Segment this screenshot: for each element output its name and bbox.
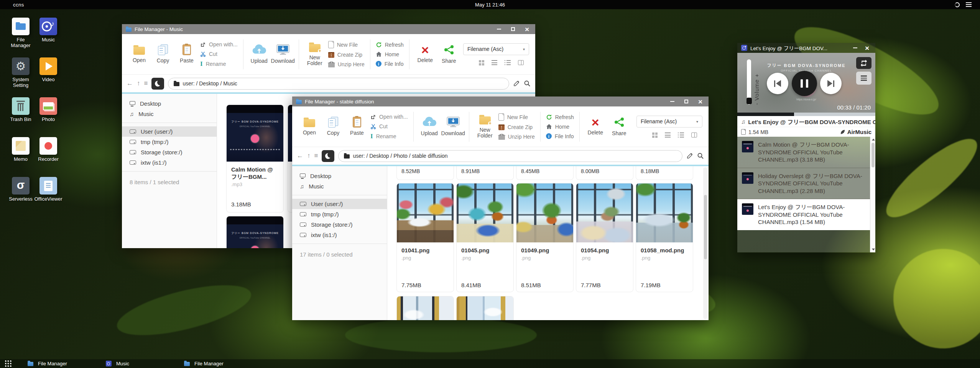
rename-button[interactable]: IRename (370, 133, 408, 139)
progress-bar[interactable] (737, 113, 875, 116)
taskbar-item[interactable]: Music (106, 359, 183, 368)
view-column-icon[interactable] (518, 60, 524, 65)
view-list-icon[interactable] (492, 60, 497, 65)
repeat-button[interactable] (856, 57, 871, 69)
dark-mode-toggle[interactable] (151, 78, 164, 90)
sidebar-place-item[interactable]: Desktop (292, 171, 387, 181)
sidebar-drive-item[interactable]: Storage (store:/) (292, 219, 387, 230)
volume-thumb[interactable] (747, 98, 752, 104)
file-card-partial[interactable] (456, 296, 514, 320)
home-button[interactable]: Home (376, 51, 404, 57)
scroll-down-icon[interactable] (872, 249, 875, 250)
desktop-icon[interactable]: OfficeViewer (35, 177, 62, 217)
share-button[interactable]: Share (437, 44, 461, 64)
desktop-icon[interactable]: Video (35, 57, 62, 97)
path-field[interactable]: user: / Desktop / Music (168, 78, 509, 90)
desktop-icon[interactable]: System Setting (7, 57, 35, 97)
new-folder-button[interactable]: +New Folder (303, 42, 327, 67)
view-grid-icon[interactable] (652, 132, 658, 138)
menu-icon[interactable] (966, 4, 972, 5)
maximize-icon[interactable] (684, 100, 688, 103)
maximize-icon[interactable] (511, 27, 515, 31)
share-button[interactable]: Share (607, 116, 631, 136)
sort-dropdown[interactable]: Filename (Asc)▾ (463, 43, 529, 55)
desktop-icon[interactable]: Recorder (35, 137, 62, 177)
scroll-up-icon[interactable] (872, 139, 875, 141)
desktop-icon[interactable]: Photo (35, 97, 62, 137)
file-card-partial[interactable]: 8.91MB (456, 166, 514, 180)
cut-button[interactable]: Cut (370, 123, 408, 129)
file-card-partial[interactable]: 8.00MB (576, 166, 633, 180)
file-card[interactable]: 01054.png .png 7.77MB (576, 183, 633, 292)
view-column-icon[interactable] (691, 132, 697, 137)
sidebar-drive-item[interactable]: ixtw (is1:/) (292, 230, 387, 240)
desktop-icon[interactable]: File Manager (7, 18, 35, 57)
rename-button[interactable]: IRename (200, 61, 238, 67)
close-icon[interactable]: × (865, 44, 869, 52)
view-grid-icon[interactable] (479, 60, 484, 65)
file-info-button[interactable]: iFile Info (376, 61, 404, 67)
copy-button[interactable]: Copy (321, 117, 345, 136)
new-file-button[interactable]: New File (328, 41, 365, 48)
unzip-here-button[interactable]: Unzip Here (498, 134, 535, 140)
desktop-icon[interactable]: Memo (7, 137, 35, 177)
dark-mode-toggle[interactable] (322, 150, 334, 162)
sidebar-drive-item[interactable]: User (user:/) (292, 199, 387, 209)
titlebar[interactable]: Let's Enjoy @ フリーBGM DOV... × (737, 43, 875, 53)
sidebar-place-item[interactable]: ♫ Music (292, 181, 387, 191)
sidebar-drive-item[interactable]: tmp (tmp:/) (122, 137, 217, 147)
pause-button[interactable] (792, 71, 817, 96)
file-card[interactable]: 01045.png .png 8.41MB (456, 183, 514, 292)
paste-button[interactable]: Paste (345, 117, 369, 136)
playlist-item[interactable]: Calm Motion @ フリーBGM DOVA-SYNDROME OFFIC… (737, 137, 875, 168)
desktop-icon[interactable]: Trash Bin (7, 97, 35, 137)
sidebar-place-item[interactable]: ♫ Music (122, 109, 217, 119)
refresh-button[interactable]: Refresh (546, 114, 574, 120)
view-detail-icon[interactable] (678, 132, 684, 137)
file-card-partial[interactable]: 8.52MB (396, 166, 454, 180)
back-icon[interactable]: ← (127, 80, 133, 87)
playlist-button[interactable] (856, 72, 871, 85)
sidebar-drive-item[interactable]: tmp (tmp:/) (292, 209, 387, 219)
unzip-here-button[interactable]: Unzip Here (328, 61, 365, 67)
app-launcher-icon[interactable] (5, 360, 12, 367)
upload-button[interactable]: Upload (418, 116, 441, 136)
playlist-item[interactable]: Holiday Overslept @ フリーBGM DOVA-SYNDROME… (737, 168, 875, 200)
create-zip-button[interactable]: Create Zip (328, 52, 365, 58)
up-icon[interactable]: ↑ (137, 80, 140, 87)
scrollbar-thumb[interactable] (704, 195, 707, 259)
sidebar-toggle-icon[interactable]: ≡ (144, 80, 148, 87)
open-with-button[interactable]: Open with... (370, 114, 408, 120)
file-card-partial[interactable] (396, 296, 454, 320)
file-card[interactable]: 01058_mod.png .png 7.19MB (636, 183, 693, 292)
titlebar[interactable]: File Manager - Music × (122, 24, 535, 34)
view-list-icon[interactable] (665, 132, 671, 137)
search-icon[interactable] (697, 152, 704, 159)
playlist-scrollbar[interactable] (870, 137, 875, 252)
volume-slider[interactable] (747, 59, 751, 105)
search-icon[interactable] (524, 80, 531, 87)
minimize-icon[interactable] (497, 29, 501, 29)
file-card[interactable]: フリー BGM DOVA-SYNDROME OFFICIAL YouTube C… (226, 216, 284, 248)
new-file-button[interactable]: New File (498, 113, 535, 121)
open-button[interactable]: Open (298, 117, 321, 136)
copy-button[interactable]: Copy (151, 44, 175, 64)
desktop-icon[interactable]: Serverless (7, 177, 35, 217)
sidebar-place-item[interactable]: Desktop (122, 98, 217, 109)
sort-dropdown[interactable]: Filename (Asc)▾ (636, 116, 702, 128)
file-card-partial[interactable]: 8.45MB (516, 166, 574, 180)
sidebar-drive-item[interactable]: User (user:/) (122, 126, 217, 137)
delete-button[interactable]: ×Delete (584, 118, 607, 136)
minimize-icon[interactable] (853, 47, 857, 48)
up-icon[interactable]: ↑ (307, 152, 311, 160)
view-detail-icon[interactable] (505, 60, 511, 65)
edit-path-icon[interactable] (686, 152, 693, 159)
sidebar-drive-item[interactable]: ixtw (is1:/) (122, 157, 217, 168)
file-card[interactable]: 01049.png .png 8.51MB (516, 183, 574, 292)
sidebar-drive-item[interactable]: Storage (store:/) (122, 147, 217, 157)
file-card-calm-motion[interactable]: フリー BGM DOVA-SYNDROME OFFICIAL YouTube C… (226, 105, 284, 213)
close-icon[interactable]: × (698, 98, 702, 105)
download-button[interactable]: Download (441, 116, 465, 136)
file-card-partial[interactable]: 8.18MB (636, 166, 693, 180)
file-card[interactable]: 01041.png .png 7.75MB (396, 183, 454, 292)
